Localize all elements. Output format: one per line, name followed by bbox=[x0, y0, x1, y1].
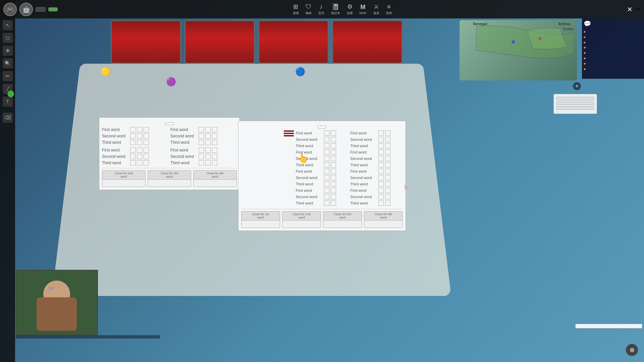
rwcl-box8a[interactable] bbox=[324, 175, 329, 180]
lc2b-box1b[interactable] bbox=[205, 147, 211, 153]
lc2a-box2c[interactable] bbox=[144, 154, 149, 159]
rwcr-box5a[interactable] bbox=[378, 156, 384, 161]
round2-button[interactable] bbox=[36, 7, 46, 12]
rwcr-box11b[interactable] bbox=[385, 194, 390, 199]
rwcl-box3a[interactable] bbox=[324, 143, 329, 148]
lc2b-box1a[interactable] bbox=[199, 147, 204, 153]
random-player-button[interactable] bbox=[556, 106, 594, 110]
rwcl-box4b[interactable] bbox=[331, 149, 336, 155]
rwcl-box12a[interactable] bbox=[324, 200, 329, 206]
rwcr-box7a[interactable] bbox=[378, 169, 384, 174]
left-col0-box3c[interactable] bbox=[144, 140, 149, 145]
rwcr-box3b[interactable] bbox=[385, 143, 390, 148]
new-game-button[interactable] bbox=[48, 7, 58, 11]
tool-eraser[interactable]: ⌫ bbox=[3, 113, 13, 123]
right-clue-2nd[interactable]: Clues for 2ndword bbox=[282, 211, 321, 228]
rwcr-box8b[interactable] bbox=[385, 175, 390, 180]
left-col1-box2b[interactable] bbox=[205, 133, 211, 139]
tool-text[interactable]: T bbox=[3, 97, 13, 107]
rwcl-box1b[interactable] bbox=[331, 130, 336, 136]
left-col0-box1c[interactable] bbox=[144, 127, 149, 132]
lc2a-box1c[interactable] bbox=[144, 147, 149, 153]
rwcr-box6a[interactable] bbox=[378, 162, 384, 168]
rwcr-box7b[interactable] bbox=[385, 169, 390, 174]
rwcr-box4a[interactable] bbox=[378, 149, 384, 155]
rwcr-box11a[interactable] bbox=[378, 194, 384, 199]
left-clue-4th[interactable]: Clues for 4thword bbox=[193, 170, 237, 187]
right-clear-button[interactable] bbox=[318, 126, 326, 128]
left-col1-box3b[interactable] bbox=[205, 140, 211, 145]
lc2a-box2a[interactable] bbox=[130, 154, 136, 159]
lc2b-box3c[interactable] bbox=[212, 160, 217, 166]
left-col0-box3a[interactable] bbox=[130, 140, 136, 145]
settings-toolbar-icon[interactable]: ⚙ 设置 bbox=[347, 3, 353, 15]
rwcl-box10b[interactable] bbox=[331, 188, 336, 193]
red-button-1[interactable] bbox=[111, 20, 181, 64]
left-clear-button[interactable] bbox=[165, 122, 174, 125]
mod-toolbar-icon[interactable]: M MOD bbox=[360, 4, 367, 15]
left-col1-box3a[interactable] bbox=[199, 140, 204, 145]
lc2a-box1b[interactable] bbox=[137, 147, 142, 153]
menu-toolbar-icon[interactable]: ≡ 菜单 bbox=[386, 3, 392, 15]
left-clue-2nd[interactable]: Clues for 2ndword bbox=[102, 170, 146, 187]
grid-toolbar-icon[interactable]: ⊞ 游戏 bbox=[293, 3, 299, 15]
rwcl-box7b[interactable] bbox=[331, 169, 336, 174]
rwcl-box9a[interactable] bbox=[324, 181, 329, 187]
lc2a-box1a[interactable] bbox=[130, 147, 136, 153]
lc2b-box2a[interactable] bbox=[199, 154, 204, 159]
lc2b-box2b[interactable] bbox=[205, 154, 211, 159]
tool-zoom[interactable]: 🔍 bbox=[3, 58, 13, 68]
tool-move[interactable]: ✥ bbox=[3, 46, 13, 56]
rwcr-box2b[interactable] bbox=[385, 137, 390, 142]
left-col1-box1b[interactable] bbox=[205, 127, 211, 132]
lc2a-box3b[interactable] bbox=[137, 160, 142, 166]
sword-toolbar-icon[interactable]: ⚔ 道具 bbox=[373, 3, 379, 15]
lc2b-box2c[interactable] bbox=[212, 154, 217, 159]
rwcr-box10b[interactable] bbox=[385, 188, 390, 193]
lc2a-box2b[interactable] bbox=[137, 154, 142, 159]
rwcl-box3b[interactable] bbox=[331, 143, 336, 148]
rwcl-box10a[interactable] bbox=[324, 188, 329, 193]
block-icon[interactable]: ⊗ bbox=[626, 344, 638, 356]
tool-pencil[interactable]: ✏ bbox=[3, 71, 13, 81]
plus-button[interactable]: + bbox=[573, 82, 581, 90]
rwcl-box4a[interactable] bbox=[324, 149, 329, 155]
color-circle[interactable] bbox=[7, 90, 14, 97]
rwcl-box6a[interactable] bbox=[324, 162, 329, 168]
rwcl-box7a[interactable] bbox=[324, 169, 329, 174]
rwcl-box12b[interactable] bbox=[331, 200, 336, 206]
left-col1-box1c[interactable] bbox=[212, 127, 217, 132]
right-clue-3rd[interactable]: Clues for 3rdword bbox=[323, 211, 362, 228]
shield-toolbar-icon[interactable]: 🛡 物体 bbox=[306, 3, 312, 15]
lc2b-box3a[interactable] bbox=[199, 160, 204, 166]
rwcl-box1a[interactable] bbox=[324, 130, 329, 136]
rwcl-box2a[interactable] bbox=[324, 137, 329, 142]
rwcl-box11b[interactable] bbox=[331, 194, 336, 199]
notebook-toolbar-icon[interactable]: 📓 笔记本 bbox=[331, 3, 340, 15]
rwcl-box11a[interactable] bbox=[324, 194, 329, 199]
rwcr-box8a[interactable] bbox=[378, 175, 384, 180]
left-col0-box2a[interactable] bbox=[130, 133, 136, 139]
lc2b-box3b[interactable] bbox=[205, 160, 211, 166]
red-button-3[interactable] bbox=[258, 20, 329, 64]
lc2a-box3c[interactable] bbox=[144, 160, 149, 166]
shuffle-deal-button[interactable] bbox=[556, 102, 594, 105]
lc2b-box1c[interactable] bbox=[212, 147, 217, 153]
rwcr-box12a[interactable] bbox=[378, 200, 384, 206]
rwcr-box2a[interactable] bbox=[378, 137, 384, 142]
left-col1-box2a[interactable] bbox=[199, 133, 204, 139]
left-clue-3rd[interactable]: Clues for 3rdword bbox=[148, 170, 191, 187]
right-clue-1st[interactable]: Clues for 1stword bbox=[241, 211, 280, 228]
rwcr-box5b[interactable] bbox=[385, 156, 390, 161]
rwcr-box1b[interactable] bbox=[385, 130, 390, 136]
rwcl-box8b[interactable] bbox=[331, 175, 336, 180]
lc2a-box3a[interactable] bbox=[130, 160, 136, 166]
rwcr-box9b[interactable] bbox=[385, 181, 390, 187]
left-col0-box2c[interactable] bbox=[144, 133, 149, 139]
rwcl-box9b[interactable] bbox=[331, 181, 336, 187]
red-button-2[interactable] bbox=[184, 20, 255, 64]
music-toolbar-icon[interactable]: ♪ 音乐 bbox=[318, 3, 324, 15]
left-col0-box1b[interactable] bbox=[137, 127, 142, 132]
rwcr-box10a[interactable] bbox=[378, 188, 384, 193]
rwcr-box1a[interactable] bbox=[378, 130, 384, 136]
